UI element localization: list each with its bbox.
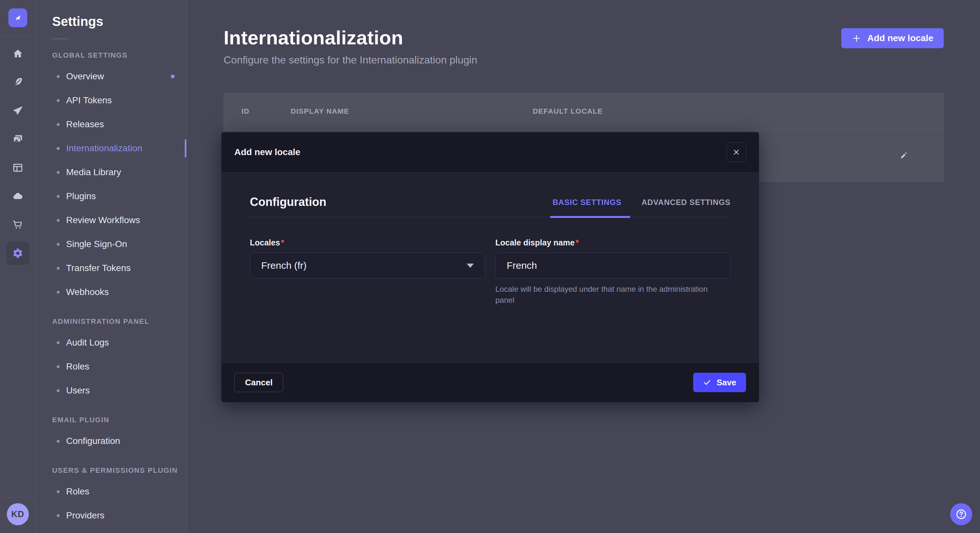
settings-subnav: Settings GLOBAL SETTINGS Overview API To… [36,0,187,533]
sidebar-item-up-roles[interactable]: Roles [52,479,186,503]
user-avatar[interactable]: KD [7,503,29,525]
section-global-settings: GLOBAL SETTINGS [52,51,186,60]
bullet-icon [57,440,60,443]
display-name-label: Locale display name* [495,238,731,247]
bullet-icon [57,219,60,222]
edit-row-button[interactable] [896,148,911,163]
page-header: Internationalization Configure the setti… [187,0,980,66]
configuration-heading: Configuration [250,195,326,209]
rail-bottom-divider [0,497,36,497]
bullet-icon [57,195,60,198]
display-name-hint: Locale will be displayed under that name… [495,284,716,305]
bullet-icon [57,514,60,517]
images-icon[interactable] [0,125,35,154]
cloud-icon[interactable] [0,182,35,211]
page-subtitle: Configure the settings for the Internati… [224,54,944,66]
modal-title: Add new locale [234,147,301,157]
sidebar-item-audit-logs[interactable]: Audit Logs [52,331,186,355]
bullet-icon [57,123,60,126]
add-locale-modal: Add new locale Configuration BASIC SETTI… [221,132,759,402]
display-name-input[interactable] [495,252,731,279]
sidebar-item-admin-roles[interactable]: Roles [52,355,186,379]
settings-title-divider [52,38,68,39]
bullet-icon [57,75,60,78]
gear-active-highlight [6,241,30,265]
table-header-row: ID DISPLAY NAME DEFAULT LOCALE [224,93,943,130]
help-button[interactable] [950,503,972,525]
locales-select-value: French (fr) [261,260,307,271]
tabs-divider [250,217,730,217]
tab-basic-settings[interactable]: BASIC SETTINGS [552,198,622,207]
required-asterisk: * [281,238,284,247]
paper-plane-icon[interactable] [0,97,35,125]
rail-nav [0,36,35,268]
sidebar-item-media-library[interactable]: Media Library [52,160,186,184]
check-icon [703,378,711,387]
display-name-field: Locale display name* Locale will be disp… [495,238,731,305]
sidebar-item-webhooks[interactable]: Webhooks [52,280,186,304]
sidebar-item-internationalization[interactable]: Internationalization [52,136,186,160]
sidebar-item-email-configuration[interactable]: Configuration [52,429,186,453]
icon-rail: KD [0,0,36,533]
feather-icon[interactable] [0,68,35,97]
section-email-plugin: EMAIL PLUGIN [52,416,186,425]
column-header-id: ID [242,93,250,130]
locales-label: Locales* [250,238,485,247]
sidebar-item-plugins[interactable]: Plugins [52,184,186,208]
sidebar-item-single-sign-on[interactable]: Single Sign-On [52,232,186,256]
tab-advanced-settings[interactable]: ADVANCED SETTINGS [641,198,730,207]
column-header-display-name: DISPLAY NAME [291,93,349,130]
bullet-icon [57,291,60,294]
bullet-icon [57,490,60,493]
pencil-icon [899,151,908,160]
sidebar-item-transfer-tokens[interactable]: Transfer Tokens [52,256,186,280]
column-header-default-locale: DEFAULT LOCALE [533,93,603,130]
layout-icon[interactable] [0,154,35,182]
notification-dot [171,75,175,78]
bullet-icon [57,389,60,392]
close-modal-button[interactable] [727,143,746,162]
rail-bottom: KD [0,497,35,533]
required-asterisk: * [576,238,579,247]
sidebar-item-users[interactable]: Users [52,379,186,403]
question-mark-icon [955,508,968,521]
chevron-down-icon [467,263,474,268]
sidebar-item-providers[interactable]: Providers [52,503,186,528]
bullet-icon [57,147,60,150]
sidebar-item-releases[interactable]: Releases [52,113,186,136]
page-title: Internationalization [224,27,944,49]
cancel-button[interactable]: Cancel [234,373,283,392]
save-button[interactable]: Save [693,373,746,392]
cart-icon[interactable] [0,211,35,239]
sidebar-item-overview[interactable]: Overview [52,65,186,89]
home-icon[interactable] [0,40,35,68]
sidebar-item-review-workflows[interactable]: Review Workflows [52,208,186,232]
add-new-locale-button[interactable]: Add new locale [841,28,944,48]
bullet-icon [57,171,60,174]
locales-field: Locales* French (fr) [250,238,485,305]
bullet-icon [57,99,60,102]
bullet-icon [57,341,60,344]
bullet-icon [57,267,60,270]
close-icon [732,148,740,156]
sidebar-item-api-tokens[interactable]: API Tokens [52,89,186,113]
active-tab-underline [550,216,630,218]
modal-footer: Cancel Save [221,362,759,402]
modal-body: Configuration BASIC SETTINGS ADVANCED SE… [221,173,759,362]
section-administration-panel: ADMINISTRATION PANEL [52,317,186,326]
modal-header: Add new locale [221,132,759,173]
locales-select[interactable]: French (fr) [250,252,485,279]
section-users-permissions-plugin: USERS & PERMISSIONS PLUGIN [52,466,186,475]
strapi-logo-glyph [12,12,23,23]
settings-title: Settings [52,14,186,29]
bullet-icon [57,243,60,246]
gear-icon[interactable] [0,239,35,268]
active-item-indicator [185,139,186,157]
strapi-logo-icon[interactable] [8,8,27,27]
plus-icon [852,33,861,43]
modal-tabs: BASIC SETTINGS ADVANCED SETTINGS [552,198,730,209]
bullet-icon [57,365,60,368]
